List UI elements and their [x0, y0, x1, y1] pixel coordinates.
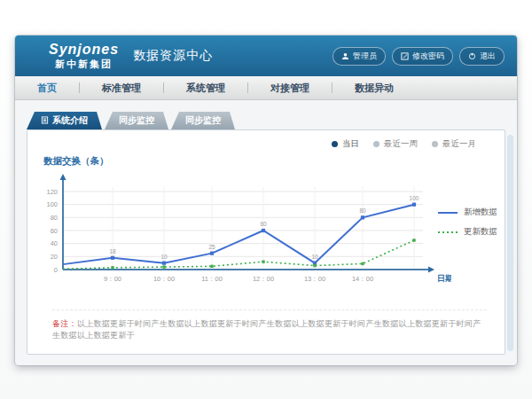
page-title: 数据资源中心 — [133, 48, 213, 64]
header-button-label: 修改密码 — [412, 51, 444, 62]
data-point-marker[interactable] — [262, 229, 265, 232]
data-point-marker[interactable] — [210, 252, 214, 255]
header-button-label: 管理员 — [353, 51, 377, 62]
tab-系统介绍-0[interactable]: 系统介绍 — [27, 112, 102, 129]
header-button-退出[interactable]: 退出 — [459, 47, 505, 66]
legend-line-sample — [437, 210, 458, 215]
y-tick-label: 120 — [46, 188, 58, 196]
data-point-marker[interactable] — [412, 203, 416, 207]
logo-company-name: 新中新集团 — [49, 59, 119, 69]
chart-legend: 新增数据更新数据 — [437, 207, 497, 246]
nav-item-首页[interactable]: 首页 — [15, 82, 79, 95]
note-text: 以上数据更新于时间产生数据以上数据更新于时间产生数据以上数据更新于时间产生数据以… — [52, 319, 481, 340]
legend-label: 更新数据 — [464, 226, 497, 238]
chart-y-axis-title: 数据交换（条） — [43, 155, 109, 168]
data-point-label: 10 — [160, 254, 168, 260]
y-tick-label: 80 — [51, 214, 58, 222]
header: Synjones 新中新集团 数据资源中心 管理员修改密码退出 — [15, 35, 517, 76]
user-icon — [341, 52, 349, 60]
window-scrollbar[interactable] — [507, 135, 513, 351]
range-option-最近一周[interactable]: 最近一周 — [373, 138, 418, 150]
x-tick-label: 11：00 — [201, 275, 223, 283]
data-point-label: 80 — [359, 207, 366, 214]
x-tick-label: 13：00 — [304, 275, 325, 283]
range-option-label: 最近一周 — [384, 138, 418, 150]
legend-item-更新数据[interactable]: 更新数据 — [437, 226, 497, 238]
document-icon — [41, 116, 49, 126]
main-nav: 首页标准管理系统管理对接管理数据异动 — [15, 76, 517, 100]
x-tick-label: 14：00 — [352, 275, 373, 283]
legend-label: 新增数据 — [464, 207, 497, 218]
data-point-marker[interactable] — [111, 256, 114, 260]
data-point-marker[interactable] — [162, 262, 166, 265]
line-chart: 0204060801001209：0010：0011：0012：0013：001… — [35, 168, 451, 292]
chart-x-axis-title: 日期（小时） — [437, 274, 451, 283]
range-option-label: 最近一月 — [442, 138, 476, 150]
y-tick-label: 40 — [51, 239, 58, 247]
radio-dot-icon — [432, 141, 438, 147]
data-point-marker[interactable] — [361, 215, 364, 219]
tab-label: 系统介绍 — [52, 114, 88, 127]
y-tick-label: 100 — [46, 200, 58, 208]
x-tick-label: 10：00 — [153, 275, 175, 283]
edit-icon — [401, 52, 409, 60]
range-option-label: 当日 — [342, 138, 359, 150]
radio-dot-icon — [373, 141, 379, 147]
data-point-label: 60 — [260, 221, 267, 227]
legend-line-sample — [437, 230, 458, 235]
header-button-修改密码[interactable]: 修改密码 — [392, 47, 453, 66]
logo-wordmark: Synjones — [49, 43, 119, 57]
data-point-label: 10 — [311, 254, 318, 260]
tab-label: 同步监控 — [119, 114, 154, 127]
tab-同步监控-2[interactable]: 同步监控 — [171, 112, 235, 129]
company-logo: Synjones 新中新集团 — [49, 43, 119, 69]
range-option-当日[interactable]: 当日 — [332, 138, 359, 150]
data-point-marker[interactable] — [210, 265, 213, 268]
note-label: 备注： — [52, 319, 77, 328]
tab-同步监控-1[interactable]: 同步监控 — [105, 112, 168, 129]
data-point-marker[interactable] — [111, 266, 113, 269]
data-point-marker[interactable] — [361, 262, 364, 265]
data-point-marker[interactable] — [412, 239, 415, 241]
footer-note: 备注：以上数据更新于时间产生数据以上数据更新于时间产生数据以上数据更新于时间产生… — [52, 309, 487, 341]
app-window: Synjones 新中新集团 数据资源中心 管理员修改密码退出 首页标准管理系统… — [15, 35, 517, 365]
data-point-label: 25 — [208, 244, 215, 250]
power-icon — [468, 52, 476, 60]
legend-item-新增数据[interactable]: 新增数据 — [437, 207, 497, 218]
header-button-label: 退出 — [480, 51, 496, 62]
time-range-options: 当日最近一周最近一月 — [332, 138, 476, 150]
tab-bar: 系统介绍同步监控同步监控 — [27, 112, 238, 129]
content-panel: 当日最近一周最近一月 数据交换（条） 0204060801001209：0010… — [27, 129, 505, 355]
x-tick-label: 9：00 — [104, 275, 121, 283]
header-user-actions: 管理员修改密码退出 — [332, 35, 505, 76]
data-point-marker[interactable] — [313, 264, 316, 267]
data-point-label: 100 — [410, 195, 419, 201]
header-button-管理员[interactable]: 管理员 — [332, 47, 386, 66]
nav-item-对接管理[interactable]: 对接管理 — [248, 82, 332, 95]
nav-item-数据异动[interactable]: 数据异动 — [332, 82, 416, 95]
y-tick-label: 60 — [51, 227, 58, 235]
data-point-label: 18 — [109, 248, 116, 254]
data-point-marker[interactable] — [262, 261, 264, 263]
radio-dot-icon — [332, 141, 338, 147]
nav-item-系统管理[interactable]: 系统管理 — [164, 82, 247, 95]
y-tick-label: 0 — [54, 266, 58, 274]
range-option-最近一月[interactable]: 最近一月 — [432, 138, 476, 150]
y-tick-label: 20 — [51, 253, 58, 261]
x-tick-label: 12：00 — [253, 275, 274, 283]
data-point-marker[interactable] — [162, 265, 165, 268]
nav-item-标准管理[interactable]: 标准管理 — [80, 82, 163, 95]
tab-label: 同步监控 — [185, 114, 221, 127]
